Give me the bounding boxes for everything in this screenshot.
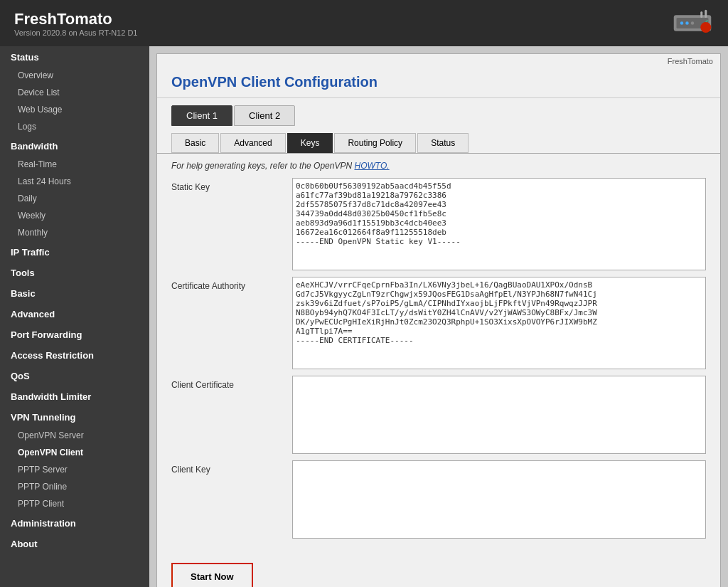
- sidebar-item-last24[interactable]: Last 24 Hours: [0, 173, 149, 190]
- sidebar-section-status[interactable]: Status: [0, 46, 149, 67]
- sidebar-item-device-list[interactable]: Device List: [0, 84, 149, 101]
- sidebar-item-pptp-online[interactable]: PPTP Online: [0, 478, 149, 495]
- sidebar-item-pptp-server[interactable]: PPTP Server: [0, 461, 149, 478]
- sidebar-section-tools[interactable]: Tools: [0, 262, 149, 282]
- sub-tabs: Basic Advanced Keys Routing Policy Statu…: [157, 126, 720, 154]
- cert-authority-input[interactable]: eAeXHCJV/vrrCFqeCprnFba3In/LX6VNy3jbeL+1…: [292, 277, 706, 369]
- start-now-button[interactable]: Start Now: [171, 563, 253, 587]
- client-key-row: Client Key: [171, 460, 706, 541]
- static-key-input[interactable]: 0c0b60b0Uf56309192ab5aacd4b45f55d a61fc7…: [292, 178, 706, 270]
- sidebar-section-portfwd[interactable]: Port Forwarding: [0, 324, 149, 344]
- tab-client1[interactable]: Client 1: [171, 105, 232, 126]
- sidebar-section-about[interactable]: About: [0, 533, 149, 554]
- howto-link[interactable]: HOWTO.: [354, 161, 389, 171]
- main-layout: Status Overview Device List Web Usage Lo…: [0, 46, 728, 587]
- subtab-basic[interactable]: Basic: [171, 133, 219, 153]
- sidebar-item-monthly[interactable]: Monthly: [0, 224, 149, 241]
- client-cert-label: Client Certificate: [171, 376, 292, 390]
- sidebar-item-daily[interactable]: Daily: [0, 190, 149, 207]
- subtab-keys[interactable]: Keys: [287, 133, 333, 153]
- sidebar-section-advanced[interactable]: Advanced: [0, 303, 149, 324]
- client-cert-input[interactable]: [292, 376, 706, 454]
- static-key-label: Static Key: [171, 178, 292, 192]
- tab-client2[interactable]: Client 2: [234, 105, 295, 126]
- svg-rect-6: [705, 10, 707, 18]
- subtab-advanced[interactable]: Advanced: [220, 133, 285, 153]
- sidebar-item-openvpn-client[interactable]: OpenVPN Client: [0, 444, 149, 461]
- sidebar-section-bwlimit[interactable]: Bandwidth Limiter: [0, 386, 149, 406]
- sidebar-section-basic[interactable]: Basic: [0, 282, 149, 303]
- sidebar-section-iptraffic[interactable]: IP Traffic: [0, 241, 149, 262]
- client-tabs: Client 1 Client 2: [157, 98, 720, 126]
- content-panel: FreshTomato OpenVPN Client Configuration…: [156, 53, 721, 587]
- client-cert-field: [292, 376, 706, 456]
- sidebar-item-pptp-client[interactable]: PPTP Client: [0, 495, 149, 512]
- sidebar-section-bandwidth[interactable]: Bandwidth: [0, 135, 149, 156]
- svg-rect-5: [700, 11, 702, 18]
- sidebar: Status Overview Device List Web Usage Lo…: [0, 46, 149, 587]
- logo-area: FreshTomato Version 2020.8 on Asus RT-N1…: [14, 10, 137, 37]
- client-key-label: Client Key: [171, 460, 292, 475]
- start-now-area: Start Now: [157, 552, 720, 587]
- sidebar-item-realtime[interactable]: Real-Time: [0, 156, 149, 173]
- help-text-prefix: For help generating keys, refer to the O…: [171, 161, 354, 171]
- cert-authority-label: Certificate Authority: [171, 277, 292, 291]
- static-key-row: Static Key 0c0b60b0Uf56309192ab5aacd4b45…: [171, 178, 706, 273]
- sidebar-section-access[interactable]: Access Restriction: [0, 344, 149, 365]
- page-title: OpenVPN Client Configuration: [157, 68, 720, 98]
- sidebar-section-vpn[interactable]: VPN Tunneling: [0, 406, 149, 427]
- svg-point-3: [685, 21, 689, 25]
- static-key-field: 0c0b60b0Uf56309192ab5aacd4b45f55d a61fc7…: [292, 178, 706, 273]
- app-subtitle: Version 2020.8 on Asus RT-N12 D1: [14, 28, 137, 37]
- sidebar-item-weekly[interactable]: Weekly: [0, 207, 149, 224]
- sidebar-item-logs[interactable]: Logs: [0, 118, 149, 135]
- sidebar-section-admin[interactable]: Administration: [0, 512, 149, 533]
- svg-point-2: [680, 21, 684, 25]
- subtab-status[interactable]: Status: [417, 133, 469, 153]
- svg-point-7: [700, 22, 711, 33]
- cert-authority-row: Certificate Authority eAeXHCJV/vrrCFqeCp…: [171, 277, 706, 371]
- client-key-field: [292, 460, 706, 541]
- sidebar-item-overview[interactable]: Overview: [0, 67, 149, 84]
- subtab-routing[interactable]: Routing Policy: [334, 133, 416, 153]
- svg-point-4: [691, 21, 695, 25]
- sidebar-section-qos[interactable]: QoS: [0, 365, 149, 386]
- form-area: Static Key 0c0b60b0Uf56309192ab5aacd4b45…: [157, 178, 720, 552]
- sidebar-item-openvpn-server[interactable]: OpenVPN Server: [0, 427, 149, 444]
- app-title: FreshTomato: [14, 10, 137, 28]
- client-key-input[interactable]: [292, 460, 706, 539]
- top-header: FreshTomato Version 2020.8 on Asus RT-N1…: [0, 0, 728, 46]
- content-breadcrumb: FreshTomato: [157, 54, 720, 68]
- sidebar-item-web-usage[interactable]: Web Usage: [0, 101, 149, 118]
- content-area: FreshTomato OpenVPN Client Configuration…: [149, 46, 728, 587]
- client-cert-row: Client Certificate: [171, 376, 706, 456]
- router-icon: [671, 7, 714, 39]
- cert-authority-field: eAeXHCJV/vrrCFqeCprnFba3In/LX6VNy3jbeL+1…: [292, 277, 706, 371]
- help-text: For help generating keys, refer to the O…: [157, 154, 720, 178]
